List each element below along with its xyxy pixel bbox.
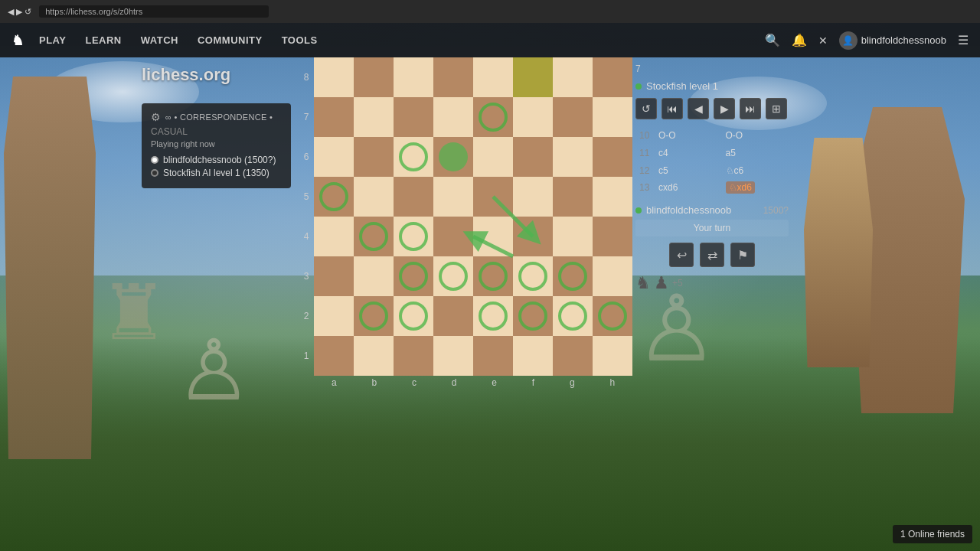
chessboard[interactable] — [314, 57, 632, 376]
board-square[interactable] — [553, 217, 593, 256]
board-square[interactable] — [433, 137, 473, 177]
board-square[interactable] — [433, 177, 473, 217]
board-square[interactable] — [593, 177, 632, 217]
board-square[interactable] — [314, 97, 354, 137]
board-square[interactable] — [314, 177, 354, 217]
menu-icon[interactable]: ☰ — [958, 33, 969, 47]
board-square[interactable] — [394, 97, 433, 137]
flip-button[interactable]: ⊞ — [766, 98, 787, 119]
board-square[interactable] — [433, 97, 473, 137]
board-square[interactable] — [553, 336, 593, 376]
board-square[interactable] — [433, 217, 473, 256]
nav-community[interactable]: COMMUNITY — [198, 34, 263, 46]
move-white-11[interactable]: c4 — [655, 145, 722, 162]
board-square[interactable] — [473, 217, 513, 256]
board-square[interactable] — [354, 57, 394, 97]
draw-button[interactable]: ⇄ — [700, 243, 724, 267]
move-hint-circle — [479, 302, 508, 331]
move-black-11[interactable]: a5 — [722, 145, 789, 162]
board-square[interactable] — [354, 137, 394, 177]
board-square[interactable] — [513, 137, 553, 177]
board-square[interactable] — [433, 296, 473, 336]
move-black-13[interactable]: ♘xd6 — [722, 179, 789, 197]
search-icon[interactable]: 🔍 — [765, 33, 780, 47]
board-square[interactable] — [354, 256, 394, 296]
board-square[interactable] — [593, 97, 632, 137]
board-square[interactable] — [314, 296, 354, 336]
board-square[interactable] — [473, 137, 513, 177]
flag-button[interactable]: ⚑ — [730, 243, 755, 267]
nav-logo: ♞ — [11, 32, 24, 49]
bottom-player-name: blindfoldchessnoob — [646, 204, 731, 216]
board-square[interactable] — [593, 137, 632, 177]
board-square[interactable] — [394, 57, 433, 97]
online-friends[interactable]: 1 Online friends — [893, 525, 972, 543]
board-square[interactable] — [433, 57, 473, 97]
board-square[interactable] — [593, 256, 632, 296]
move-black-12[interactable]: ♘c6 — [722, 162, 789, 180]
board-square[interactable] — [593, 57, 632, 97]
move-white-13[interactable]: cxd6 — [655, 179, 722, 197]
board-square[interactable] — [354, 177, 394, 217]
board-square[interactable] — [513, 256, 553, 296]
board-square[interactable] — [433, 256, 473, 296]
prev-move-button[interactable]: ◀ — [688, 98, 709, 119]
move-white-12[interactable]: c5 — [655, 162, 722, 180]
board-square[interactable] — [513, 177, 553, 217]
nav-play[interactable]: PLAY — [39, 34, 66, 46]
board-square[interactable] — [513, 97, 553, 137]
board-square[interactable] — [394, 256, 433, 296]
url-bar[interactable]: https://lichess.org/s/z0htrs — [39, 5, 269, 18]
board-square[interactable] — [314, 256, 354, 296]
undo-button[interactable]: ↩ — [669, 243, 694, 267]
board-square[interactable] — [314, 137, 354, 177]
board-square[interactable] — [394, 217, 433, 256]
board-square[interactable] — [513, 296, 553, 336]
board-square[interactable] — [473, 57, 513, 97]
board-square[interactable] — [394, 177, 433, 217]
board-square[interactable] — [553, 177, 593, 217]
refresh-button[interactable]: ↺ — [635, 98, 657, 119]
board-square[interactable] — [593, 296, 632, 336]
board-square[interactable] — [513, 217, 553, 256]
captured-piece-knight: ♞ — [635, 273, 651, 293]
board-square[interactable] — [593, 217, 632, 256]
board-square[interactable] — [593, 336, 632, 376]
first-move-button[interactable]: ⏮ — [662, 98, 683, 119]
last-move-button[interactable]: ⏭ — [740, 98, 761, 119]
board-square[interactable] — [553, 57, 593, 97]
board-square[interactable] — [433, 336, 473, 376]
board-square[interactable] — [553, 256, 593, 296]
close-icon[interactable]: ✕ — [818, 34, 828, 47]
board-square[interactable] — [473, 177, 513, 217]
next-move-button[interactable]: ▶ — [714, 98, 735, 119]
browser-bar: ◀ ▶ ↺ https://lichess.org/s/z0htrs — [0, 0, 980, 23]
board-square[interactable] — [553, 137, 593, 177]
board-square[interactable] — [354, 296, 394, 336]
nav-tools[interactable]: TOOLS — [282, 34, 318, 46]
bell-icon[interactable]: 🔔 — [792, 33, 807, 47]
board-square[interactable] — [473, 336, 513, 376]
board-square[interactable] — [473, 296, 513, 336]
board-square[interactable] — [354, 97, 394, 137]
nav-learn[interactable]: LEARN — [85, 34, 121, 46]
board-square[interactable] — [394, 336, 433, 376]
board-square[interactable] — [314, 57, 354, 97]
board-square[interactable] — [354, 217, 394, 256]
nav-watch[interactable]: WATCH — [141, 34, 178, 46]
board-square[interactable] — [394, 296, 433, 336]
board-square[interactable] — [513, 336, 553, 376]
board-square[interactable] — [354, 336, 394, 376]
board-square[interactable] — [553, 97, 593, 137]
board-square[interactable] — [553, 296, 593, 336]
board-square[interactable] — [314, 217, 354, 256]
board-square[interactable] — [394, 137, 433, 177]
move-black-10[interactable]: O-O — [722, 127, 789, 145]
move-white-10[interactable]: O-O — [655, 127, 722, 145]
board-square[interactable] — [314, 336, 354, 376]
user-menu[interactable]: 👤 blindfoldchessnoob — [839, 31, 946, 50]
board-square[interactable] — [473, 97, 513, 137]
captured-pieces-row: ♞ ♟ +5 — [635, 273, 789, 293]
board-square[interactable] — [473, 256, 513, 296]
board-square[interactable] — [513, 57, 553, 97]
